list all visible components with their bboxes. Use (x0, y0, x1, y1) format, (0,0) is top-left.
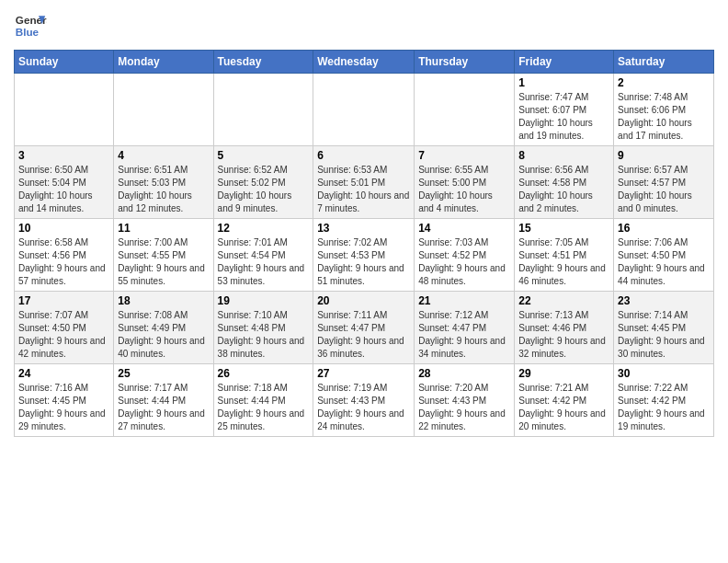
day-number: 6 (317, 149, 410, 162)
calendar-cell: 26Sunrise: 7:18 AM Sunset: 4:44 PM Dayli… (213, 364, 313, 437)
day-number: 19 (218, 294, 310, 307)
day-number: 18 (118, 294, 209, 307)
day-info: Sunrise: 6:57 AM Sunset: 4:57 PM Dayligh… (618, 164, 710, 215)
calendar-cell (213, 74, 313, 146)
calendar-cell: 21Sunrise: 7:12 AM Sunset: 4:47 PM Dayli… (415, 292, 515, 364)
week-row-5: 24Sunrise: 7:16 AM Sunset: 4:45 PM Dayli… (15, 364, 714, 437)
week-row-3: 10Sunrise: 6:58 AM Sunset: 4:56 PM Dayli… (15, 219, 714, 292)
calendar-cell (313, 74, 415, 146)
day-number: 4 (118, 149, 209, 162)
day-number: 5 (218, 149, 310, 162)
day-info: Sunrise: 6:53 AM Sunset: 5:01 PM Dayligh… (317, 164, 410, 215)
calendar-cell: 29Sunrise: 7:21 AM Sunset: 4:42 PM Dayli… (515, 364, 614, 437)
calendar-cell: 25Sunrise: 7:17 AM Sunset: 4:44 PM Dayli… (114, 364, 213, 437)
calendar-cell: 8Sunrise: 6:56 AM Sunset: 4:58 PM Daylig… (515, 146, 614, 219)
day-info: Sunrise: 6:52 AM Sunset: 5:02 PM Dayligh… (218, 164, 310, 215)
calendar-cell: 14Sunrise: 7:03 AM Sunset: 4:52 PM Dayli… (415, 219, 515, 292)
day-info: Sunrise: 7:05 AM Sunset: 4:51 PM Dayligh… (518, 236, 609, 288)
day-info: Sunrise: 7:16 AM Sunset: 4:45 PM Dayligh… (18, 382, 109, 433)
day-number: 13 (317, 222, 410, 235)
day-info: Sunrise: 7:47 AM Sunset: 6:07 PM Dayligh… (518, 91, 609, 143)
day-number: 10 (18, 222, 109, 235)
day-number: 9 (618, 149, 710, 162)
calendar-cell: 27Sunrise: 7:19 AM Sunset: 4:43 PM Dayli… (313, 364, 415, 437)
day-number: 14 (418, 222, 510, 235)
calendar-cell: 19Sunrise: 7:10 AM Sunset: 4:48 PM Dayli… (213, 292, 313, 364)
weekday-header-wednesday: Wednesday (313, 51, 415, 74)
calendar-cell (15, 74, 114, 146)
day-info: Sunrise: 6:55 AM Sunset: 5:00 PM Dayligh… (418, 164, 510, 215)
week-row-2: 3Sunrise: 6:50 AM Sunset: 5:04 PM Daylig… (15, 146, 714, 219)
day-number: 24 (18, 367, 109, 380)
day-info: Sunrise: 7:10 AM Sunset: 4:48 PM Dayligh… (218, 309, 310, 361)
calendar-cell: 11Sunrise: 7:00 AM Sunset: 4:55 PM Dayli… (114, 219, 213, 292)
day-number: 1 (518, 76, 609, 89)
day-info: Sunrise: 7:08 AM Sunset: 4:49 PM Dayligh… (118, 309, 209, 361)
day-info: Sunrise: 7:12 AM Sunset: 4:47 PM Dayligh… (418, 309, 510, 361)
day-info: Sunrise: 7:11 AM Sunset: 4:47 PM Dayligh… (317, 309, 410, 361)
calendar-cell: 16Sunrise: 7:06 AM Sunset: 4:50 PM Dayli… (614, 219, 714, 292)
day-info: Sunrise: 7:19 AM Sunset: 4:43 PM Dayligh… (317, 382, 410, 433)
calendar-cell (415, 74, 515, 146)
day-info: Sunrise: 6:50 AM Sunset: 5:04 PM Dayligh… (18, 164, 109, 215)
calendar-cell: 28Sunrise: 7:20 AM Sunset: 4:43 PM Dayli… (415, 364, 515, 437)
calendar-cell: 13Sunrise: 7:02 AM Sunset: 4:53 PM Dayli… (313, 219, 415, 292)
day-number: 27 (317, 367, 410, 380)
day-info: Sunrise: 7:13 AM Sunset: 4:46 PM Dayligh… (518, 309, 609, 361)
day-info: Sunrise: 7:14 AM Sunset: 4:45 PM Dayligh… (618, 309, 710, 361)
day-number: 22 (518, 294, 609, 307)
day-number: 16 (618, 222, 710, 235)
day-number: 28 (418, 367, 510, 380)
calendar-cell: 15Sunrise: 7:05 AM Sunset: 4:51 PM Dayli… (515, 219, 614, 292)
day-info: Sunrise: 7:01 AM Sunset: 4:54 PM Dayligh… (218, 236, 310, 288)
week-row-4: 17Sunrise: 7:07 AM Sunset: 4:50 PM Dayli… (15, 292, 714, 364)
day-info: Sunrise: 7:06 AM Sunset: 4:50 PM Dayligh… (618, 236, 710, 288)
day-info: Sunrise: 7:22 AM Sunset: 4:42 PM Dayligh… (618, 382, 710, 433)
calendar-cell: 6Sunrise: 6:53 AM Sunset: 5:01 PM Daylig… (313, 146, 415, 219)
weekday-header-friday: Friday (515, 51, 614, 74)
day-info: Sunrise: 7:48 AM Sunset: 6:06 PM Dayligh… (618, 91, 710, 143)
day-number: 8 (518, 149, 609, 162)
calendar-cell: 2Sunrise: 7:48 AM Sunset: 6:06 PM Daylig… (614, 74, 714, 146)
day-info: Sunrise: 7:21 AM Sunset: 4:42 PM Dayligh… (518, 382, 609, 433)
day-info: Sunrise: 6:51 AM Sunset: 5:03 PM Dayligh… (118, 164, 209, 215)
day-info: Sunrise: 7:18 AM Sunset: 4:44 PM Dayligh… (218, 382, 310, 433)
day-info: Sunrise: 7:03 AM Sunset: 4:52 PM Dayligh… (418, 236, 510, 288)
day-number: 2 (618, 76, 710, 89)
day-number: 12 (218, 222, 310, 235)
day-number: 17 (18, 294, 109, 307)
calendar-cell: 30Sunrise: 7:22 AM Sunset: 4:42 PM Dayli… (614, 364, 714, 437)
day-number: 20 (317, 294, 410, 307)
calendar-cell: 1Sunrise: 7:47 AM Sunset: 6:07 PM Daylig… (515, 74, 614, 146)
calendar-cell: 23Sunrise: 7:14 AM Sunset: 4:45 PM Dayli… (614, 292, 714, 364)
calendar-cell: 22Sunrise: 7:13 AM Sunset: 4:46 PM Dayli… (515, 292, 614, 364)
calendar-cell: 12Sunrise: 7:01 AM Sunset: 4:54 PM Dayli… (213, 219, 313, 292)
day-info: Sunrise: 7:00 AM Sunset: 4:55 PM Dayligh… (118, 236, 209, 288)
logo: General Blue (14, 9, 47, 42)
calendar-cell: 4Sunrise: 6:51 AM Sunset: 5:03 PM Daylig… (114, 146, 213, 219)
calendar-cell: 5Sunrise: 6:52 AM Sunset: 5:02 PM Daylig… (213, 146, 313, 219)
weekday-header-thursday: Thursday (415, 51, 515, 74)
weekday-header-tuesday: Tuesday (213, 51, 313, 74)
day-info: Sunrise: 7:02 AM Sunset: 4:53 PM Dayligh… (317, 236, 410, 288)
day-number: 26 (218, 367, 310, 380)
day-info: Sunrise: 6:58 AM Sunset: 4:56 PM Dayligh… (18, 236, 109, 288)
day-number: 30 (618, 367, 710, 380)
weekday-header-monday: Monday (114, 51, 213, 74)
day-info: Sunrise: 7:20 AM Sunset: 4:43 PM Dayligh… (418, 382, 510, 433)
svg-text:Blue: Blue (16, 26, 40, 38)
calendar-cell: 18Sunrise: 7:08 AM Sunset: 4:49 PM Dayli… (114, 292, 213, 364)
calendar-cell: 7Sunrise: 6:55 AM Sunset: 5:00 PM Daylig… (415, 146, 515, 219)
week-row-1: 1Sunrise: 7:47 AM Sunset: 6:07 PM Daylig… (15, 74, 714, 146)
day-info: Sunrise: 6:56 AM Sunset: 4:58 PM Dayligh… (518, 164, 609, 215)
calendar-cell: 9Sunrise: 6:57 AM Sunset: 4:57 PM Daylig… (614, 146, 714, 219)
day-number: 21 (418, 294, 510, 307)
logo-icon: General Blue (14, 9, 47, 42)
day-info: Sunrise: 7:17 AM Sunset: 4:44 PM Dayligh… (118, 382, 209, 433)
day-number: 3 (18, 149, 109, 162)
day-number: 29 (518, 367, 609, 380)
day-number: 15 (518, 222, 609, 235)
calendar: SundayMondayTuesdayWednesdayThursdayFrid… (14, 50, 714, 437)
day-number: 7 (418, 149, 510, 162)
weekday-header-saturday: Saturday (614, 51, 714, 74)
